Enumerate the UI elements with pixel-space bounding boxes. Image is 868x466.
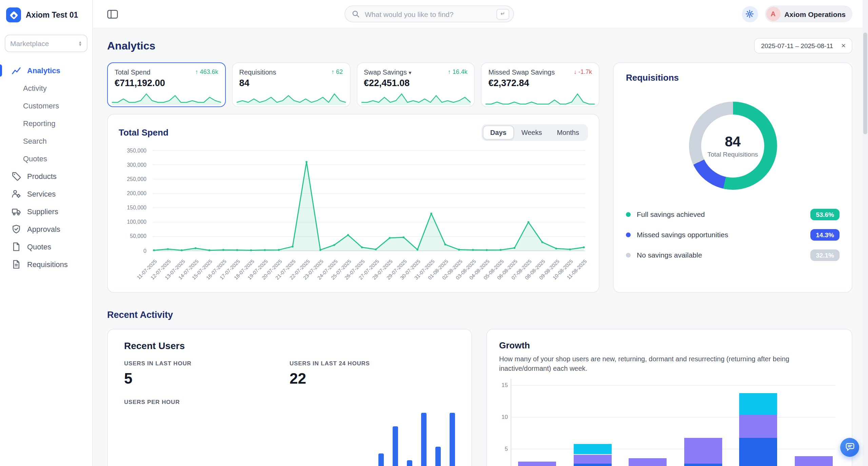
gridline (511, 385, 835, 386)
arrow-down-icon: ↓ (574, 68, 577, 75)
users-per-hour-chart (124, 399, 455, 466)
workspace-select[interactable]: Marketplace ▲▼ (5, 35, 87, 52)
growth-bar-segment (739, 438, 777, 466)
sidebar-item-approvals[interactable]: Approvals (0, 220, 92, 238)
growth-bar-segment (573, 444, 611, 454)
stat-value: €2,372.84 (489, 78, 592, 88)
scrollbar-thumb[interactable] (863, 33, 867, 134)
sidebar-subitem-search[interactable]: Search (0, 132, 92, 150)
stat-card-missed-swap-savings[interactable]: Missed Swap Savings ↓ -1.7k €2,372.84 (481, 62, 600, 107)
close-icon[interactable]: × (841, 42, 846, 49)
sidebar-item-label: Requisitions (27, 260, 68, 268)
recent-users-title: Recent Users (124, 340, 455, 351)
users-per-hour-bar (379, 453, 384, 466)
sidebar-nav: Analytics Activity Customers Reporting S… (0, 62, 92, 273)
users-per-hour-bar (450, 413, 455, 466)
tab-days[interactable]: Days (483, 125, 514, 140)
stat-delta: ↑ 463.6k (195, 68, 218, 75)
growth-y-axis (511, 379, 511, 466)
truck-icon (12, 207, 21, 216)
sidebar-item-label: Suppliers (27, 207, 58, 216)
sidebar-subitem-reporting[interactable]: Reporting (0, 115, 92, 132)
tab-weeks[interactable]: Weeks (514, 125, 550, 140)
sidebar-item-analytics[interactable]: Analytics (0, 62, 92, 79)
y-axis-label: 150,000 (127, 205, 146, 211)
chevron-down-icon[interactable]: ▾ (409, 70, 411, 76)
sparkline-svg (112, 92, 221, 105)
growth-bar-segment (573, 454, 611, 463)
tab-months[interactable]: Months (549, 125, 587, 140)
users-last-24-hours: USERS IN LAST 24 HOURS 22 (290, 360, 455, 388)
total-spend-line-svg (153, 148, 585, 252)
stat-value: 84 (239, 78, 343, 88)
x-axis: 11-07-202512-07-202513-07-202514-07-2025… (153, 255, 585, 287)
sidebar-item-requisitions[interactable]: Requisitions (0, 256, 92, 273)
sparkline-svg (237, 92, 346, 105)
sparkline (486, 92, 595, 105)
stat-delta: ↑ 62 (331, 68, 343, 75)
sidebar-subitem-quotes[interactable]: Quotes (0, 150, 92, 167)
sparkline-svg (486, 92, 595, 105)
growth-title: Growth (499, 340, 840, 350)
topbar: ↵ A Axiom Operations (93, 0, 868, 28)
sidebar-item-label: Services (27, 190, 56, 198)
date-range-filter[interactable]: 2025-07-11 – 2025-08-11 × (754, 38, 852, 54)
search-input[interactable] (363, 9, 492, 19)
brand-name: Axiom Test 01 (26, 11, 78, 19)
growth-y-label: 15 (499, 382, 508, 389)
stat-card-total-spend[interactable]: Total Spend ↑ 463.6k €711,192.00 (107, 62, 226, 107)
sidebar-subitem-customers[interactable]: Customers (0, 97, 92, 115)
stat-card-requisitions[interactable]: Requisitions ↑ 62 84 (232, 62, 351, 107)
stat-delta: ↓ -1.7k (574, 68, 592, 75)
user-menu[interactable]: A Axiom Operations (765, 5, 852, 22)
sidebar-item-services[interactable]: Services (0, 185, 92, 203)
stat-delta: ↑ 16.4k (448, 68, 467, 75)
date-range-value: 2025-07-11 – 2025-08-11 (761, 42, 833, 49)
growth-bar-segment (739, 415, 777, 438)
growth-bar-segment (684, 438, 722, 463)
stat-label: Total Spend (115, 68, 151, 76)
legend-dot (626, 232, 631, 237)
arrow-up-icon: ↑ (331, 68, 334, 75)
select-chevrons-icon: ▲▼ (78, 40, 82, 46)
sidebar-item-suppliers[interactable]: Suppliers (0, 203, 92, 220)
recent-activity-title: Recent Activity (107, 310, 852, 320)
total-spend-chart: 050,000100,000150,000200,000250,000300,0… (119, 142, 588, 287)
sparkline (112, 92, 221, 105)
sidebar: Axiom Test 01 Marketplace ▲▼ Analytics A… (0, 0, 93, 466)
settings-button[interactable] (742, 6, 758, 22)
stat-label: Requisitions (239, 68, 276, 76)
chat-fab-button[interactable] (840, 438, 859, 457)
sparkline (237, 92, 346, 105)
chat-icon (845, 443, 855, 452)
sidebar-item-products[interactable]: Products (0, 167, 92, 185)
users-per-hour-bar (421, 413, 427, 466)
shield-check-icon (12, 224, 21, 234)
requisitions-title: Requisitions (626, 73, 840, 83)
topbar-right: A Axiom Operations (742, 5, 852, 22)
stat-cards-row: Total Spend ↑ 463.6k €711,192.00 Requisi… (107, 62, 599, 107)
avatar: A (766, 7, 780, 21)
sidebar-item-quotes[interactable]: Quotes (0, 238, 92, 256)
y-axis-label: 50,000 (130, 234, 146, 240)
growth-y-label: 10 (499, 414, 508, 421)
donut-legend: Full savings achieved 53.6% Missed savin… (626, 204, 840, 265)
y-axis-label: 100,000 (127, 219, 146, 225)
period-tabs: Days Weeks Months (481, 124, 588, 141)
growth-chart: 51015 (499, 379, 840, 466)
sidebar-subitem-activity[interactable]: Activity (0, 79, 92, 97)
growth-bar-segment (739, 393, 777, 415)
legend-dot (626, 212, 631, 217)
users-per-hour-bar (393, 426, 398, 466)
brand-logo-icon (6, 7, 21, 22)
sidebar-collapse-button[interactable] (107, 9, 118, 19)
growth-y-label: 5 (499, 445, 508, 452)
legend-dot (626, 252, 631, 257)
growth-description: How many of your shop users are new, ret… (499, 354, 840, 373)
global-search[interactable]: ↵ (344, 5, 514, 22)
stat-card-swap-savings[interactable]: Swap Savings ▾ ↑ 16.4k €22,451.08 (356, 62, 475, 107)
total-spend-panel: Total Spend Days Weeks Months 050,000100… (107, 114, 599, 293)
legend-row-missed-savings: Missed savings opportunities 14.3% (626, 224, 840, 245)
sidebar-item-label: Analytics (27, 66, 60, 75)
y-axis-label: 350,000 (127, 147, 146, 154)
